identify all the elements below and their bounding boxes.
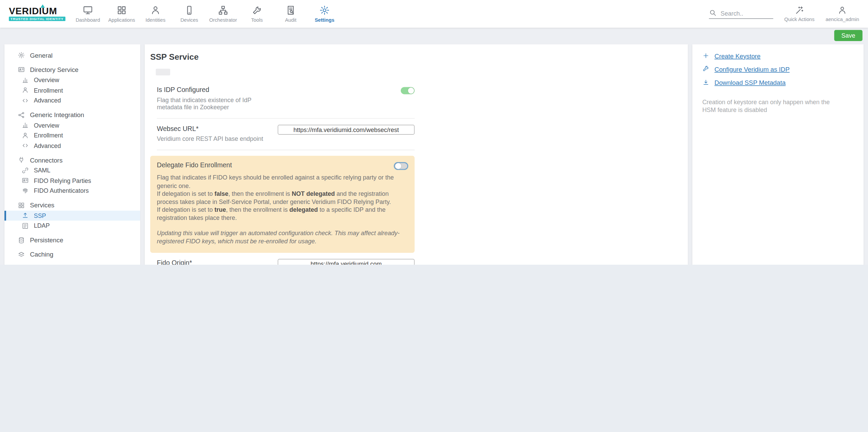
delegate-fido-label: Delegate Fido Enrollment	[157, 161, 232, 169]
person-icon	[22, 87, 29, 94]
dashboard-icon	[82, 5, 93, 16]
veridium-admin-app: VERIDIUM TRUSTED DIGITAL IDENTITY Dashbo…	[0, 0, 868, 265]
fido-origin-label: Fido Origin*	[157, 259, 272, 265]
search-input[interactable]	[720, 10, 773, 17]
sidebar-item-kafka[interactable]: Kafka	[4, 264, 140, 265]
sidebar-item-directory-enrollment[interactable]: Enrollment	[4, 85, 140, 95]
plug-icon	[18, 156, 25, 164]
sidebar-item-directory-advanced[interactable]: Advanced	[4, 95, 140, 106]
user-menu[interactable]: aencica_admin	[826, 5, 859, 22]
upload-icon	[22, 212, 29, 219]
nav-orchestrator[interactable]: Orchestrator	[206, 5, 240, 23]
search-icon	[709, 9, 717, 17]
logo-accent-mark	[40, 4, 45, 8]
content-layout: General Directory Service Overview Enrol…	[0, 43, 868, 265]
sidebar-item-caching[interactable]: Caching	[4, 249, 140, 260]
chart-icon	[22, 76, 29, 83]
wrench-icon	[702, 65, 710, 73]
topbar-right-cluster: Quick Actions aencica_admin	[709, 5, 859, 22]
tab-identity-provider[interactable]	[199, 69, 213, 76]
sidebar-item-fido-relying-parties[interactable]: FIDO Relying Parties	[4, 175, 140, 186]
download-ssp-metadata-link[interactable]: Download SSP Metadata	[702, 79, 854, 86]
ssp-tabs	[156, 69, 676, 76]
tab-general[interactable]	[156, 69, 170, 76]
logo-tagline: TRUSTED DIGITAL IDENTITY	[9, 17, 65, 21]
user-icon	[838, 5, 847, 15]
download-icon	[702, 79, 710, 86]
top-navigation-bar: VERIDIUM TRUSTED DIGITAL IDENTITY Dashbo…	[0, 0, 868, 28]
devices-icon	[184, 5, 194, 16]
username-label: aencica_admin	[826, 17, 859, 22]
veridium-logo[interactable]: VERIDIUM TRUSTED DIGITAL IDENTITY	[9, 7, 64, 21]
delegate-fido-toggle[interactable]	[394, 163, 408, 170]
websec-url-label: Websec URL*	[157, 125, 272, 133]
fingerprint-icon	[22, 187, 29, 194]
field-websec-url: Websec URL* Veridium core REST API base …	[157, 119, 415, 150]
settings-sidebar: General Directory Service Overview Enrol…	[4, 44, 140, 265]
grid-icon	[18, 202, 25, 209]
logo-wordmark: VERIDIUM	[9, 7, 64, 16]
create-keystore-link[interactable]: Create Keystore	[702, 52, 854, 59]
layers-icon	[18, 251, 25, 258]
nav-applications[interactable]: Applications	[105, 5, 139, 23]
nav-audit[interactable]: Audit	[274, 5, 308, 23]
list-icon	[22, 222, 29, 229]
keystore-note: Creation of keystore can only happen whe…	[702, 98, 841, 114]
gear-icon	[319, 5, 330, 16]
nav-dashboard[interactable]: Dashboard	[71, 5, 105, 23]
websec-url-input[interactable]	[278, 125, 414, 135]
person-icon	[22, 132, 29, 139]
tools-icon	[252, 5, 262, 16]
quick-actions-button[interactable]: Quick Actions	[784, 5, 814, 22]
sidebar-item-services[interactable]: Services	[4, 200, 140, 210]
code-icon	[22, 142, 29, 149]
websec-url-description: Veridium core REST API base endpoint	[157, 135, 272, 143]
sidebar-item-directory-service[interactable]: Directory Service	[4, 64, 140, 75]
breadcrumb-bar: Save	[0, 28, 868, 43]
id-card-icon	[22, 177, 29, 184]
configure-veridium-idp-link[interactable]: Configure Veridium as IDP	[702, 65, 854, 73]
sidebar-item-general[interactable]: General	[4, 50, 140, 60]
tab-key-management[interactable]	[185, 69, 199, 76]
sidebar-item-generic-enrollment[interactable]: Enrollment	[4, 130, 140, 140]
nav-devices[interactable]: Devices	[172, 5, 206, 23]
identities-icon	[150, 5, 161, 16]
is-idp-description: Flag that indicates existence of IdP met…	[157, 96, 272, 111]
fido-origin-input[interactable]	[278, 259, 414, 265]
sidebar-item-persistence[interactable]: Persistence	[4, 235, 140, 245]
ssp-service-panel: SSP Service Is IDP Configured Flag that …	[145, 44, 688, 265]
wand-icon	[795, 5, 804, 15]
save-button[interactable]: Save	[834, 30, 862, 41]
field-is-idp-configured: Is IDP Configured Flag that indicates ex…	[157, 80, 415, 118]
sidebar-item-connectors[interactable]: Connectors	[4, 155, 140, 165]
nav-settings[interactable]: Settings	[308, 5, 342, 23]
delegate-warning-note: Updating this value will trigger an auto…	[157, 229, 408, 245]
nav-identities[interactable]: Identities	[138, 5, 172, 23]
sidebar-item-directory-overview[interactable]: Overview	[4, 75, 140, 85]
audit-icon	[285, 5, 296, 16]
nav-tools[interactable]: Tools	[240, 5, 274, 23]
global-search	[709, 9, 773, 19]
is-idp-configured-toggle[interactable]	[401, 87, 415, 94]
primary-nav: Dashboard Applications Identities Device…	[71, 5, 341, 23]
sidebar-item-saml[interactable]: SAML	[4, 165, 140, 175]
sidebar-item-ldap[interactable]: LDAP	[4, 221, 140, 231]
delegate-fido-enrollment-block: Delegate Fido Enrollment Flag that indic…	[150, 156, 415, 253]
is-idp-label: Is IDP Configured	[157, 86, 272, 94]
sidebar-item-ssp[interactable]: SSP	[4, 210, 140, 221]
sidebar-item-generic-overview[interactable]: Overview	[4, 120, 140, 130]
page-title: SSP Service	[150, 52, 676, 62]
applications-icon	[116, 5, 127, 16]
delegate-fido-description: Flag that indicates if FIDO keys should …	[157, 173, 408, 222]
actions-panel: Create Keystore Configure Veridium as ID…	[692, 44, 864, 265]
nodes-icon	[18, 111, 25, 118]
tab-saml-configuration[interactable]	[170, 69, 184, 76]
chart-icon	[22, 121, 29, 129]
sidebar-item-generic-advanced[interactable]: Advanced	[4, 140, 140, 151]
sidebar-item-fido-authenticators[interactable]: FIDO Authenticators	[4, 186, 140, 196]
id-card-icon	[18, 66, 25, 73]
sidebar-item-generic-integration[interactable]: Generic Integration	[4, 110, 140, 120]
orchestrator-icon	[218, 5, 228, 16]
database-icon	[18, 237, 25, 244]
actions-list: Create Keystore Configure Veridium as ID…	[702, 52, 854, 86]
